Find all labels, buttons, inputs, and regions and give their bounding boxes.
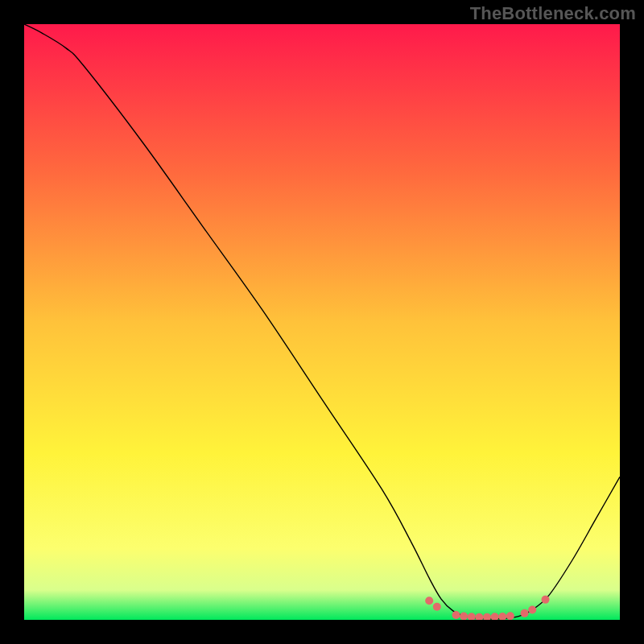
- chart-plot-area: [24, 24, 620, 620]
- chart-background: [24, 24, 620, 620]
- attribution-text: TheBottleneck.com: [470, 3, 636, 24]
- marker-dot: [433, 603, 441, 611]
- chart-frame: TheBottleneck.com: [0, 0, 644, 644]
- marker-dot: [452, 611, 460, 619]
- marker-dot: [542, 596, 550, 604]
- marker-dot: [506, 612, 514, 620]
- marker-dot: [528, 605, 536, 613]
- marker-dot: [425, 597, 433, 605]
- marker-dot: [521, 609, 529, 617]
- chart-svg: [24, 24, 620, 620]
